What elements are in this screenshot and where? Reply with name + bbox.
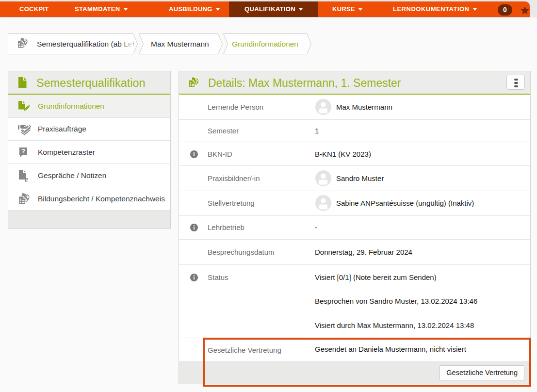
svg-text:Max Mustermann: Max Mustermann bbox=[151, 40, 209, 48]
svg-text:e: e bbox=[25, 175, 28, 182]
svg-text:Grundinformationen: Grundinformationen bbox=[232, 40, 298, 48]
svg-text:?: ? bbox=[21, 147, 25, 154]
